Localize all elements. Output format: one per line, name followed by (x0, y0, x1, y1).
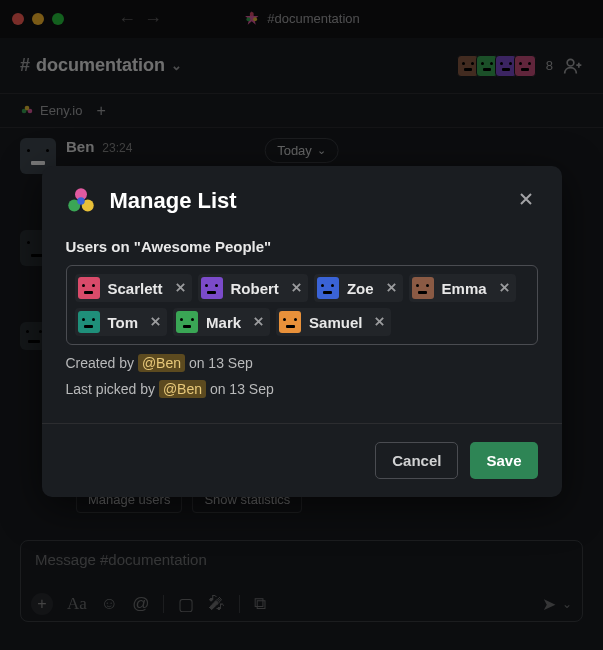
mention[interactable]: @Ben (138, 354, 185, 372)
text: on 13 Sep (206, 381, 274, 397)
save-button[interactable]: Save (470, 442, 537, 479)
avatar (176, 311, 198, 333)
users-chip-input[interactable]: ScarlettRobertZoeEmmaTomMarkSamuel (66, 265, 538, 345)
remove-user-icon[interactable] (374, 314, 385, 330)
remove-user-icon[interactable] (253, 314, 264, 330)
user-chip-label: Mark (206, 314, 241, 331)
cancel-button[interactable]: Cancel (375, 442, 458, 479)
user-chip: Tom (75, 308, 168, 336)
user-chip-label: Scarlett (108, 280, 163, 297)
text: on 13 Sep (185, 355, 253, 371)
user-chip: Mark (173, 308, 270, 336)
user-chip-label: Tom (108, 314, 139, 331)
remove-user-icon[interactable] (175, 280, 186, 296)
avatar (317, 277, 339, 299)
avatar (412, 277, 434, 299)
user-chip: Scarlett (75, 274, 192, 302)
user-chip: Zoe (314, 274, 403, 302)
user-chip: Robert (198, 274, 308, 302)
close-icon[interactable] (514, 187, 538, 216)
avatar (78, 311, 100, 333)
last-picked-line: Last picked by @Ben on 13 Sep (66, 381, 538, 397)
remove-user-icon[interactable] (150, 314, 161, 330)
remove-user-icon[interactable] (499, 280, 510, 296)
user-chip-label: Robert (231, 280, 279, 297)
users-list-label: Users on "Awesome People" (66, 238, 538, 255)
remove-user-icon[interactable] (291, 280, 302, 296)
user-chip-label: Samuel (309, 314, 362, 331)
user-chip-label: Zoe (347, 280, 374, 297)
avatar (78, 277, 100, 299)
created-by-line: Created by @Ben on 13 Sep (66, 355, 538, 371)
user-chip: Emma (409, 274, 516, 302)
manage-list-modal: Manage List Users on "Awesome People" Sc… (42, 166, 562, 497)
user-chip-label: Emma (442, 280, 487, 297)
avatar (279, 311, 301, 333)
modal-title: Manage List (110, 188, 237, 214)
svg-point-11 (77, 197, 85, 205)
text: Created by (66, 355, 138, 371)
modal-overlay[interactable]: Manage List Users on "Awesome People" Sc… (0, 0, 603, 650)
user-chip: Samuel (276, 308, 391, 336)
avatar (201, 277, 223, 299)
eeny-logo-icon (66, 186, 96, 216)
text: Last picked by (66, 381, 159, 397)
remove-user-icon[interactable] (386, 280, 397, 296)
mention[interactable]: @Ben (159, 380, 206, 398)
